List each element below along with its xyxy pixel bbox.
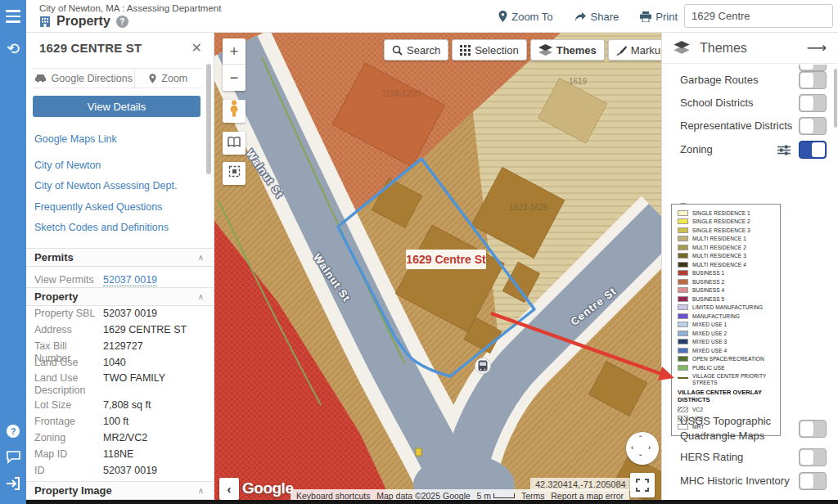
sign-in-icon[interactable]: [0, 477, 26, 493]
theme-toggle-school-districts[interactable]: [799, 94, 827, 112]
field-value: 7,808 sq ft: [103, 399, 207, 412]
svg-text:1629 Centre St: 1629 Centre St: [406, 253, 486, 266]
zoom-to-parcel-button[interactable]: Zoom: [135, 69, 202, 88]
legend-swatch: [678, 279, 688, 285]
legend-label: MULTI RESIDENCE 3: [692, 253, 746, 259]
app-title: City of Newton, MA : Assessing Departmen…: [39, 3, 221, 13]
svg-text:?: ?: [11, 426, 16, 436]
field-value: TWO FAMILY: [103, 372, 207, 397]
property-header-label: Property: [34, 290, 78, 303]
search-icon: [392, 45, 403, 56]
collapse-panel-arrow-icon[interactable]: ⟶: [807, 39, 827, 56]
fullscreen-button[interactable]: [630, 473, 655, 497]
pan-right-icon: ›: [648, 443, 651, 452]
map-canvas[interactable]: Walnut St Walnut St Centre St 1198-1200 …: [214, 33, 661, 504]
zoom-to-label: Zoom To: [511, 11, 552, 23]
theme-toggle-garbage-routes[interactable]: [799, 71, 827, 89]
zoom-out-button[interactable]: −: [223, 65, 246, 91]
zoom-label: Zoom: [161, 73, 187, 84]
themes-panel-scrollbar[interactable]: [834, 69, 837, 128]
theme-label: Zoning: [680, 142, 713, 157]
pan-left-icon: ‹: [631, 443, 633, 452]
google-directions-button[interactable]: Google Directions: [33, 69, 135, 88]
field-label: Frontage: [34, 416, 103, 428]
parcel-label-1619: 1619: [569, 77, 588, 86]
permit-number-link[interactable]: 52037 0019: [103, 274, 157, 286]
hydrant-marker-icon: [416, 448, 421, 456]
theme-toggle-hers[interactable]: [799, 448, 827, 466]
pan-control[interactable]: ˆ ˇ ‹ ›: [626, 432, 659, 465]
property-image-section-header[interactable]: Property Image ∧: [26, 481, 214, 500]
collapse-caret-icon: ∧: [198, 253, 204, 262]
page-title: Property: [56, 14, 110, 29]
link-city-of-newton[interactable]: City of Newton: [34, 160, 101, 171]
legend-label: SINGLE RESIDENCE 3: [692, 227, 750, 233]
legend-label: SINGLE RESIDENCE 2: [692, 218, 750, 224]
search-input[interactable]: [685, 10, 838, 22]
view-details-button[interactable]: View Details: [33, 96, 200, 117]
zoom-in-button[interactable]: +: [223, 38, 246, 65]
theme-label: MHC Historic Inventory: [680, 474, 790, 488]
share-button[interactable]: Share: [574, 11, 619, 23]
theme-toggle-mhc[interactable]: [799, 472, 827, 490]
themes-tool-label: Themes: [556, 44, 597, 56]
collapse-caret-icon: ∧: [198, 292, 204, 301]
legend-label: LIMITED MANUFACTURING: [692, 304, 763, 310]
pin-icon: [149, 74, 156, 83]
legend-swatch: [678, 313, 688, 319]
brush-icon: [616, 45, 627, 56]
collapse-panel-button[interactable]: ‹: [219, 478, 239, 500]
help-icon[interactable]: ?: [116, 16, 128, 28]
hamburger-menu-button[interactable]: [0, 0, 26, 33]
print-button[interactable]: Print: [640, 11, 678, 23]
themes-panel-title: Themes: [700, 41, 797, 56]
selection-tool-button[interactable]: Selection: [452, 39, 526, 61]
permits-section-header[interactable]: Permits ∧: [26, 248, 214, 267]
google-logo: Google: [242, 479, 293, 497]
legend-label: MANUFACTURING: [692, 313, 740, 319]
markup-tool-button[interactable]: Markup: [608, 39, 661, 61]
legend-swatch: [678, 296, 688, 302]
link-faq[interactable]: Frequently Asked Questions: [34, 201, 162, 213]
selected-parcel-label: 1629 Centre St: [406, 250, 486, 269]
zoom-to-button[interactable]: Zoom To: [498, 11, 552, 23]
legend-swatch: [678, 245, 688, 250]
field-label: Lot Size: [34, 399, 103, 412]
theme-toggle-usgs[interactable]: [799, 420, 827, 438]
link-google-maps[interactable]: Google Maps Link: [34, 133, 117, 145]
markup-tool-label: Markup: [631, 44, 661, 56]
themes-tool-button[interactable]: Themes: [530, 39, 605, 61]
pan-down-icon: ˇ: [639, 453, 642, 461]
theme-toggle-representative-districts[interactable]: [799, 117, 827, 135]
map-extent-button[interactable]: [223, 162, 246, 185]
legend-label: MIXED USE 4: [692, 348, 727, 353]
field-label: Map ID: [34, 448, 103, 461]
legend-label: BUSINESS 4: [692, 287, 724, 293]
legend-swatch: [678, 218, 688, 224]
field-value: 118NE: [103, 448, 207, 461]
map-toolbar: Search Selection Themes Markup Abutters: [384, 39, 661, 61]
basemap-book-button[interactable]: [223, 132, 246, 155]
legend-label: MIXED USE 2: [692, 331, 727, 336]
property-section-header[interactable]: Property ∧: [26, 287, 214, 306]
history-icon[interactable]: ⟲: [0, 39, 26, 58]
layer-settings-sliders-icon[interactable]: [777, 145, 791, 155]
grid-icon: [460, 45, 471, 56]
legend-label: MIXED USE 1: [692, 322, 727, 327]
legend-label: BUSINESS 2: [692, 279, 724, 285]
legend-label: MULTI RESIDENCE 1: [692, 236, 746, 241]
legend-label: MULTI RESIDENCE 2: [692, 245, 746, 250]
close-icon[interactable]: ✕: [188, 40, 205, 56]
sidebar-scrollbar[interactable]: [206, 64, 211, 174]
theme-label: Representative Districts: [680, 119, 792, 133]
map-graphics: Walnut St Walnut St Centre St 1198-1200 …: [214, 33, 661, 504]
chat-icon[interactable]: [0, 450, 26, 467]
street-view-pegman-button[interactable]: [223, 100, 246, 123]
search-tool-button[interactable]: Search: [384, 39, 448, 61]
help-circle-icon[interactable]: ?: [0, 424, 26, 442]
legend-swatch: [678, 227, 688, 233]
theme-toggle-zoning[interactable]: [799, 141, 827, 159]
link-assessing-dept[interactable]: City of Newton Assessing Dept.: [34, 180, 177, 191]
link-sketch-codes[interactable]: Sketch Codes and Definitions: [34, 222, 169, 233]
zoning-legend: SINGLE RESIDENCE 1 SINGLE RESIDENCE 2 SI…: [671, 204, 781, 436]
